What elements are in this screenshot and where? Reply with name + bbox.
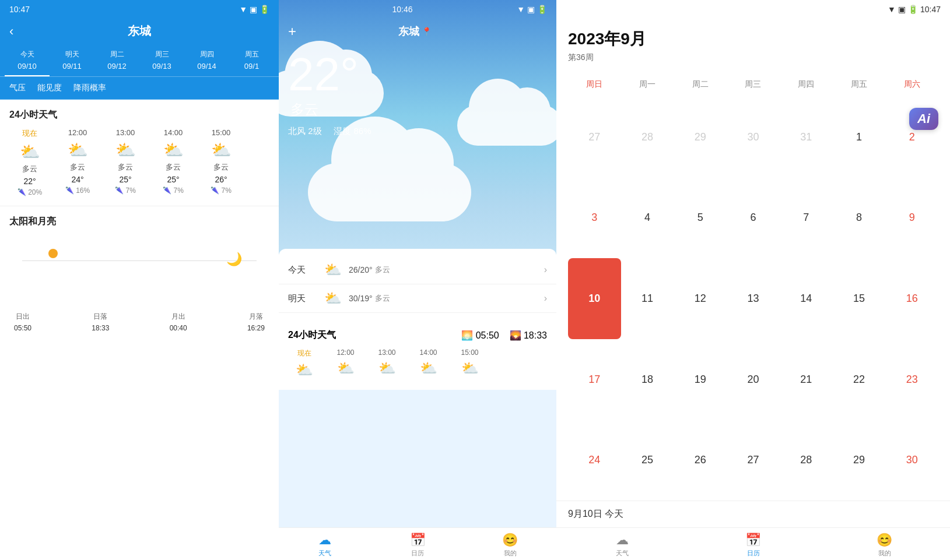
p3-nav-item-我的[interactable]: 😊我的 xyxy=(819,533,950,558)
p3-cal-cell[interactable]: 11 xyxy=(621,258,674,339)
p1-metric[interactable]: 降雨概率 xyxy=(73,83,106,93)
p1-time-item: 日出05:50 xyxy=(14,312,31,332)
p3-cal-cell[interactable]: 26 xyxy=(674,420,727,501)
p2-forecast-row[interactable]: 明天 ⛅ 30/19° 多云 › xyxy=(279,284,556,313)
p3-weekday: 周二 xyxy=(674,77,727,92)
p2-hour-time: 13:00 xyxy=(371,348,403,357)
p3-cal-cell[interactable]: 13 xyxy=(727,258,780,339)
p1-status-icons: ▼ ▣ 🔋 xyxy=(239,5,269,14)
p1-arc-line xyxy=(22,260,256,261)
p2-nav-item-天气[interactable]: ☁天气 xyxy=(279,533,371,558)
p1-time-item: 日落18:33 xyxy=(92,312,109,332)
p3-cal-cell[interactable]: 1 xyxy=(833,97,886,178)
p3-cal-cell[interactable]: 18 xyxy=(621,339,674,420)
p3-cal-cell[interactable]: 20 xyxy=(727,339,780,420)
p2-hourly-scroll: 现在 ⛅ 12:00 ⛅ 13:00 ⛅ 14:00 ⛅ 15:00 ⛅ xyxy=(288,348,547,381)
p2-status-icons: ▼ ▣ 🔋 xyxy=(517,5,547,14)
p3-cal-cell[interactable]: 5 xyxy=(674,178,727,259)
p3-weekday: 周四 xyxy=(780,77,833,92)
p1-status-time: 10:47 xyxy=(9,5,30,14)
ai-badge[interactable]: Ai xyxy=(909,108,938,130)
p2-hour-col: 15:00 ⛅ xyxy=(454,348,486,381)
p3-cal-cell[interactable]: 28 xyxy=(621,97,674,178)
p1-24h-title: 24小时天气 xyxy=(9,109,269,121)
p1-signal-icon: ▣ xyxy=(250,5,257,14)
p3-cal-cell[interactable]: 29 xyxy=(833,420,886,501)
p1-days-row: 今天09/10明天09/11周二09/12周三09/13周四09/14周五09/… xyxy=(0,46,279,77)
p1-body: 24小时天气 现在 ⛅ 多云 22° 🌂 20% 12:00 ⛅ 多云 24° … xyxy=(0,100,279,560)
p3-cal-cell[interactable]: 4 xyxy=(621,178,674,259)
p1-time-item: 月出00:40 xyxy=(170,312,187,332)
p3-cal-cell[interactable]: 8 xyxy=(833,178,886,259)
p1-day-item[interactable]: 周五09/1 xyxy=(229,46,274,76)
p2-forecast-temp: 30/19° xyxy=(349,294,373,303)
p3-weekday: 周一 xyxy=(621,77,674,92)
p2-forecast-row[interactable]: 今天 ⛅ 26/20° 多云 › xyxy=(279,256,556,284)
p3-cal-cell[interactable]: 19 xyxy=(674,339,727,420)
p3-cal-cell[interactable]: 15 xyxy=(833,258,886,339)
p2-wifi-icon: ▼ xyxy=(517,5,525,14)
p1-sun-moon-section: 太阳和月亮 🌙 日出05:50日落18:33月出00:40月落16:29 xyxy=(0,206,279,341)
p2-forecast-label: 今天 xyxy=(288,265,317,276)
p3-cal-cell[interactable]: 17 xyxy=(568,339,621,420)
p1-arc-area: 🌙 xyxy=(9,237,269,307)
p3-cal-cell[interactable]: 25 xyxy=(621,420,674,501)
p3-cal-cell[interactable]: 12 xyxy=(674,258,727,339)
panel-weather-main: 10:46 ▼ ▣ 🔋 + 东城 📍 22° 多云 北风 2级 湿度 86% 今… xyxy=(279,0,556,560)
p2-temperature: 22° xyxy=(288,48,359,100)
p2-add-button[interactable]: + xyxy=(288,23,296,40)
p2-hour-icon: ⛅ xyxy=(288,362,320,378)
p2-nav-item-日历[interactable]: 📅日历 xyxy=(371,533,464,558)
p3-cal-cell[interactable]: 31 xyxy=(780,97,833,178)
p3-cal-cell[interactable]: 6 xyxy=(727,178,780,259)
p3-cal-cell[interactable]: 3 xyxy=(568,178,621,259)
p3-cal-cell[interactable]: 7 xyxy=(780,178,833,259)
p2-nav-icon: ☁ xyxy=(279,533,371,548)
p3-cal-cell[interactable]: 21 xyxy=(780,339,833,420)
p3-cal-cell[interactable]: 23 xyxy=(885,339,938,420)
p3-cal-cell[interactable]: 27 xyxy=(568,97,621,178)
p1-day-item[interactable]: 今天09/10 xyxy=(5,46,50,76)
p3-nav-item-天气[interactable]: ☁天气 xyxy=(556,533,688,558)
p1-metric[interactable]: 能见度 xyxy=(37,83,62,93)
p1-metric[interactable]: 气压 xyxy=(9,83,26,93)
p3-cal-cell[interactable]: 29 xyxy=(674,97,727,178)
p2-sunrise: 🌅 05:50 xyxy=(461,330,499,340)
p1-day-item[interactable]: 周四09/14 xyxy=(184,46,229,76)
p3-cal-cell[interactable]: 28 xyxy=(780,420,833,501)
p2-hour-col: 14:00 ⛅ xyxy=(412,348,444,381)
p3-cal-cell[interactable]: 10 xyxy=(568,258,621,339)
p2-humidity: 湿度 86% xyxy=(334,126,371,136)
p1-back-button[interactable]: ‹ xyxy=(9,24,13,39)
p2-hour-time: 14:00 xyxy=(412,348,444,357)
p3-weekday: 周三 xyxy=(727,77,780,92)
p2-nav-item-我的[interactable]: 😊我的 xyxy=(464,533,556,558)
p1-wifi-icon: ▼ xyxy=(239,5,247,14)
p3-nav-item-日历[interactable]: 📅日历 xyxy=(688,533,819,558)
p1-metrics-row: 气压能见度降雨概率 xyxy=(0,77,279,100)
p3-cal-cell[interactable]: 30 xyxy=(885,420,938,501)
p3-weekdays: 周日周一周二周三周四周五周六 xyxy=(556,77,950,92)
p3-battery-icon: 🔋 xyxy=(908,5,918,14)
p1-day-item[interactable]: 周二09/12 xyxy=(94,46,139,76)
p3-cal-cell[interactable]: 30 xyxy=(727,97,780,178)
p1-day-item[interactable]: 明天09/11 xyxy=(50,46,94,76)
p2-forecast-temp: 26/20° xyxy=(349,265,373,274)
p1-hourly-list: 现在 ⛅ 多云 22° 🌂 20% 12:00 ⛅ 多云 24° 🌂 16% 1… xyxy=(9,128,269,196)
p3-cal-cell[interactable]: 22 xyxy=(833,339,886,420)
p1-day-item[interactable]: 周三09/13 xyxy=(139,46,184,76)
p1-hour-item: 12:00 ⛅ 多云 24° 🌂 16% xyxy=(57,128,98,196)
p3-cal-cell[interactable]: 14 xyxy=(780,258,833,339)
p3-cal-cell[interactable]: 9 xyxy=(885,178,938,259)
p3-status-time: 10:47 xyxy=(920,5,941,14)
p3-weekday: 周五 xyxy=(833,77,886,92)
p2-header: + 东城 📍 xyxy=(279,19,556,40)
p3-cal-cell[interactable]: 16 xyxy=(885,258,938,339)
p2-hour-icon: ⛅ xyxy=(329,360,362,376)
p3-cal-cell[interactable]: 27 xyxy=(727,420,780,501)
p3-cal-cell[interactable]: 24 xyxy=(568,420,621,501)
p3-header: 2023年9月 第36周 xyxy=(556,19,950,77)
p1-sun-times: 日出05:50日落18:33月出00:40月落16:29 xyxy=(9,312,269,332)
p2-forecast-arrow: › xyxy=(544,293,547,304)
p3-calendar-grid: 2728293031123456789101112131415161718192… xyxy=(556,97,950,501)
